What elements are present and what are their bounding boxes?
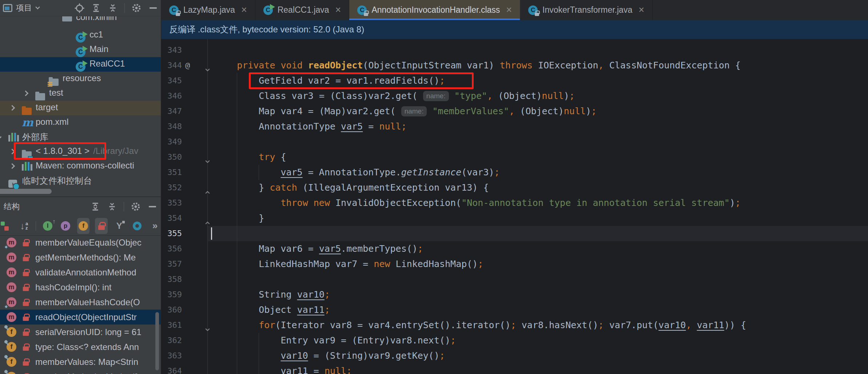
tree-item-cc1[interactable]: Ccc1 xyxy=(0,28,161,43)
structure-item-getMemberMethods[interactable]: mgetMemberMethods(): Me xyxy=(0,250,161,265)
structure-item-memberMethods[interactable]: fmemberMethods: Method[ xyxy=(0,369,161,374)
line-number[interactable]: 347 xyxy=(161,104,182,119)
tree-item-maven-commons-collecti[interactable]: Maven: commons-collecti xyxy=(0,159,161,174)
tree-item-pom-xml[interactable]: mpom.xml xyxy=(0,115,161,130)
code-line[interactable]: 353throw new InvalidObjectException("Non… xyxy=(161,195,868,211)
line-number[interactable]: 361 xyxy=(161,318,182,333)
line-number[interactable]: 352 xyxy=(161,180,182,195)
code-line[interactable]: 349 xyxy=(161,134,868,150)
code-line[interactable]: 363var10 = (String)var9.getKey(); xyxy=(161,348,868,363)
code-line[interactable]: 364var11 = null; xyxy=(161,363,868,374)
tree-item-resources[interactable]: resources xyxy=(0,72,161,86)
code-line[interactable]: 358 xyxy=(161,272,868,287)
code-line[interactable]: 347Map var4 = (Map)var2.get( name: "memb… xyxy=(161,104,868,119)
line-number[interactable]: 360 xyxy=(161,302,182,318)
structure-item-memberValueEquals[interactable]: mmemberValueEquals(Objec xyxy=(0,235,161,250)
code-line[interactable]: 343 xyxy=(161,43,868,58)
structure-item-memberValueHashCode[interactable]: mmemberValueHashCode(O xyxy=(0,295,161,310)
line-number[interactable]: 345 xyxy=(161,73,182,88)
collapse-all-icon[interactable] xyxy=(108,3,118,13)
settings-icon[interactable] xyxy=(131,3,142,13)
structure-item-memberValues[interactable]: fmemberValues: Map<Strin xyxy=(0,354,161,369)
line-number[interactable]: 344 xyxy=(161,58,182,73)
sort-alpha-button[interactable]: ↓az xyxy=(18,218,30,234)
code-line[interactable]: 344@private void readObject(ObjectInputS… xyxy=(161,58,868,73)
show-inherited-button[interactable]: I↑ xyxy=(41,218,54,234)
locate-icon[interactable] xyxy=(74,3,84,13)
structure-item-validateAnnotationMethod[interactable]: mvalidateAnnotationMethod xyxy=(0,265,161,280)
chevron-down-icon[interactable] xyxy=(0,134,1,140)
code-line[interactable]: 357LinkedHashMap var7 = new LinkedHashMa… xyxy=(161,256,868,272)
structure-item-serialVersionUID[interactable]: fserialVersionUID: long = 61 xyxy=(0,325,161,339)
code-line[interactable]: 352} catch (IllegalArgumentException var… xyxy=(161,180,868,195)
structure-vertical-scrollbar[interactable] xyxy=(155,312,159,370)
chevron-right-icon[interactable] xyxy=(9,105,15,111)
project-panel-title[interactable]: 项目 xyxy=(16,3,32,13)
line-number[interactable]: 350 xyxy=(161,150,182,165)
structure-item-hashCodeImpl[interactable]: mhashCodeImpl(): int xyxy=(0,280,161,295)
tree-item-realcc1[interactable]: CRealCC1 xyxy=(0,57,161,72)
show-fields-button[interactable]: f xyxy=(77,218,89,234)
show-non-public-button[interactable] xyxy=(95,218,107,234)
tab-lazymap-java[interactable]: CLazyMap.java× xyxy=(161,0,255,20)
code-line[interactable]: 348AnnotationType var5 = null; xyxy=(161,119,868,134)
line-number[interactable]: 359 xyxy=(161,287,182,302)
tree-item-target[interactable]: target xyxy=(0,101,161,115)
tree-item-com-xilniin[interactable]: com.xilniin xyxy=(0,16,161,24)
line-number[interactable]: 356 xyxy=(161,241,182,256)
line-number[interactable]: 353 xyxy=(161,195,182,211)
chevron-down-icon[interactable] xyxy=(35,5,40,9)
settings-icon[interactable] xyxy=(131,202,141,212)
hide-icon[interactable] xyxy=(148,3,158,13)
close-icon[interactable]: × xyxy=(241,5,247,15)
line-number[interactable]: 357 xyxy=(161,256,182,272)
code-line[interactable]: 361for(Iterator var8 = var4.entrySet().i… xyxy=(161,318,868,333)
line-number[interactable]: 358 xyxy=(161,272,182,287)
tree-item-main[interactable]: CMain xyxy=(0,43,161,57)
line-number[interactable]: 362 xyxy=(161,333,182,348)
code-line[interactable]: 355 xyxy=(161,226,868,241)
editor-code-area[interactable]: 343344@private void readObject(ObjectInp… xyxy=(161,39,868,374)
line-number[interactable]: 354 xyxy=(161,211,182,226)
line-number[interactable]: 343 xyxy=(161,43,182,58)
tree-horizontal-scrollbar[interactable] xyxy=(0,189,52,194)
collapse-all-icon[interactable] xyxy=(107,202,117,212)
decompile-notification-bar[interactable]: 反编译 .class文件, bytecode version: 52.0 (Ja… xyxy=(161,20,868,39)
line-number[interactable]: 355 xyxy=(161,226,182,241)
tab-realcc1-java[interactable]: CRealCC1.java× xyxy=(255,0,350,20)
tree-item-test[interactable]: test xyxy=(0,86,161,101)
more-button[interactable]: » xyxy=(149,218,161,234)
code-line[interactable]: 346Class var3 = (Class)var2.get( name: "… xyxy=(161,88,868,104)
expand-all-icon[interactable] xyxy=(90,202,100,212)
visibility-sort-button[interactable] xyxy=(0,218,12,234)
line-number[interactable]: 348 xyxy=(161,119,182,134)
tree-item-临时文件和控制台[interactable]: ›临时文件和控制台 xyxy=(0,174,161,188)
code-line[interactable]: 360Object var11; xyxy=(161,302,868,318)
code-line[interactable]: 350try { xyxy=(161,150,868,165)
line-number[interactable]: 351 xyxy=(161,165,182,180)
tab-invokertransformer-java[interactable]: CInvokerTransformer.java× xyxy=(520,0,653,20)
chevron-right-icon[interactable] xyxy=(23,91,29,96)
structure-item-type[interactable]: ftype: Class<? extends Ann xyxy=(0,339,161,354)
line-number[interactable]: 349 xyxy=(161,134,182,150)
scope-filter-button[interactable] xyxy=(131,218,143,234)
structure-item-readObject[interactable]: mreadObject(ObjectInputStr xyxy=(0,310,161,325)
structure-panel-title[interactable]: 结构 xyxy=(4,201,20,212)
code-line[interactable]: 359String var10; xyxy=(161,287,868,302)
hide-icon[interactable] xyxy=(147,202,158,212)
code-line[interactable]: 356Map var6 = var5.memberTypes(); xyxy=(161,241,868,256)
show-properties-button[interactable]: p xyxy=(59,218,72,234)
code-line[interactable]: 362Entry var9 = (Entry)var8.next(); xyxy=(161,333,868,348)
line-number[interactable]: 363 xyxy=(161,348,182,363)
code-line[interactable]: 351var5 = AnnotationType.getInstance(var… xyxy=(161,165,868,180)
close-icon[interactable]: × xyxy=(638,5,644,15)
expand-all-icon[interactable] xyxy=(91,3,101,13)
close-icon[interactable]: × xyxy=(335,5,341,15)
tab-annotationinvocationhandler-class[interactable]: CAnnotationInvocationHandler.class× xyxy=(349,0,520,20)
line-number[interactable]: 346 xyxy=(161,88,182,104)
code-line[interactable]: 354} xyxy=(161,211,868,226)
close-icon[interactable]: × xyxy=(506,5,512,15)
chevron-right-icon[interactable] xyxy=(9,163,15,169)
group-hierarchy-button[interactable]: Y xyxy=(113,218,126,234)
line-number[interactable]: 364 xyxy=(161,363,182,374)
